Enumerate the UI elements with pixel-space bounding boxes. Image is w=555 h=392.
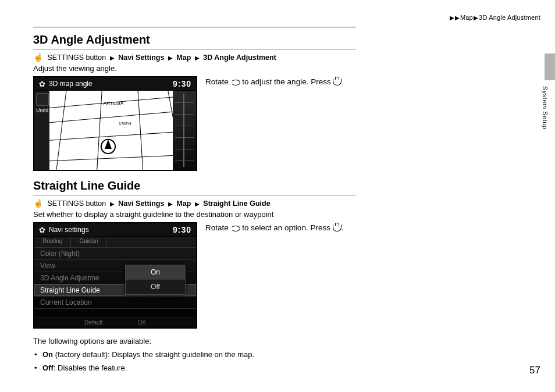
path-sep-icon: ▶: [195, 201, 200, 207]
side-index-tab: [545, 54, 555, 80]
press-button-icon: [333, 79, 341, 85]
option-off-text: : Disables the feature.: [54, 364, 127, 372]
path-sep-icon: ▶: [168, 55, 173, 61]
menu-row-current-location: Current Location: [34, 297, 196, 309]
breadcrumb: ▶▶Map▶3D Angle Adjustment: [449, 14, 540, 21]
option-on-text: (factory default): Displays the straight…: [53, 350, 254, 359]
instruction-3d-angle: Rotate to adjust the angle. Press .: [205, 76, 344, 88]
breadcrumb-map: Map: [460, 14, 473, 21]
map-label-176th: 176TH: [119, 122, 131, 126]
screenshot1-scale: 1/8mi: [35, 108, 48, 113]
path-sep-icon: ▶: [195, 55, 200, 61]
instr-rotate-word: Rotate: [205, 223, 229, 232]
page-number: 57: [529, 365, 540, 376]
screenshot-3d-map-angle: ✿3D map angle 9:30 1/8mi: [33, 76, 197, 171]
gear-icon: ✿: [39, 80, 45, 88]
option-on-line: On (factory default): Displays the strai…: [34, 350, 356, 359]
path-sep-icon: ▶: [168, 201, 173, 207]
rotate-dial-icon: [231, 224, 240, 231]
path-settings-button: SETTINGS button: [47, 54, 106, 62]
option-on: On: [126, 265, 185, 280]
option-off-line: Off: Disables the feature.: [34, 364, 356, 372]
map-label-artesia: ARTESIA: [104, 101, 124, 106]
path-sep-icon: ▶: [110, 55, 115, 61]
screenshot-navi-settings: ✿Navi settings 9:30 Routing Guidan Color…: [33, 222, 197, 329]
instr-end: .: [341, 223, 344, 232]
tab-guidance: Guidan: [71, 237, 106, 247]
nav-path-3d-angle: ☝ SETTINGS button ▶ Navi Settings ▶ Map …: [33, 53, 356, 62]
section-title-straight-line: Straight Line Guide: [33, 179, 356, 195]
instr-rotate-word: Rotate: [205, 77, 229, 86]
gear-icon: ✿: [39, 226, 45, 234]
lead-text-2: Set whether to display a straight guidel…: [33, 210, 356, 219]
footer-ok: OK: [138, 318, 146, 327]
option-off-label: Off: [42, 364, 54, 372]
path-map: Map: [176, 54, 191, 62]
section-title-3d-angle: 3D Angle Adjustment: [33, 33, 356, 49]
path-map: Map: [176, 199, 191, 208]
instr-middle: to select an option. Press: [242, 223, 330, 232]
screenshot1-title: 3D map angle: [49, 80, 92, 87]
breadcrumb-sep-icon: ▶: [474, 15, 478, 21]
menu-row-color-night: Color (Night): [34, 248, 196, 260]
path-leaf: Straight Line Guide: [203, 199, 270, 208]
nav-path-straight-line: ☝ SETTINGS button ▶ Navi Settings ▶ Map …: [33, 199, 356, 208]
instr-middle: to adjust the angle. Press: [242, 77, 330, 86]
options-intro: The following options are available:: [33, 337, 356, 345]
footer-default: Default: [84, 318, 103, 327]
hand-icon: ☝: [33, 198, 43, 208]
breadcrumb-arrows-icon: ▶▶: [450, 15, 459, 21]
screenshot2-title: Navi settings: [49, 226, 89, 233]
instruction-straight-line: Rotate to select an option. Press .: [205, 222, 343, 234]
option-popup: On Off: [125, 265, 186, 295]
instr-end: .: [341, 77, 344, 86]
path-navi-settings: Navi Settings: [118, 54, 164, 62]
option-off: Off: [126, 280, 185, 294]
path-navi-settings: Navi Settings: [118, 199, 164, 208]
press-button-icon: [333, 224, 341, 231]
path-leaf: 3D Angle Adjustment: [203, 54, 276, 62]
hand-icon: ☝: [33, 52, 43, 62]
path-sep-icon: ▶: [110, 201, 115, 207]
option-on-label: On: [42, 350, 53, 359]
side-section-label: System Setup: [542, 86, 549, 129]
rotate-dial-icon: [231, 79, 240, 85]
screenshot1-clock: 9:30: [173, 80, 191, 88]
lead-text: Adjust the viewing angle.: [33, 64, 356, 73]
path-settings-button: SETTINGS button: [47, 199, 106, 208]
svg-marker-1: [105, 140, 112, 149]
breadcrumb-page: 3D Angle Adjustment: [479, 14, 540, 21]
options-list: On (factory default): Displays the strai…: [34, 350, 356, 372]
tab-routing: Routing: [34, 237, 71, 247]
screenshot2-clock: 9:30: [173, 226, 191, 234]
